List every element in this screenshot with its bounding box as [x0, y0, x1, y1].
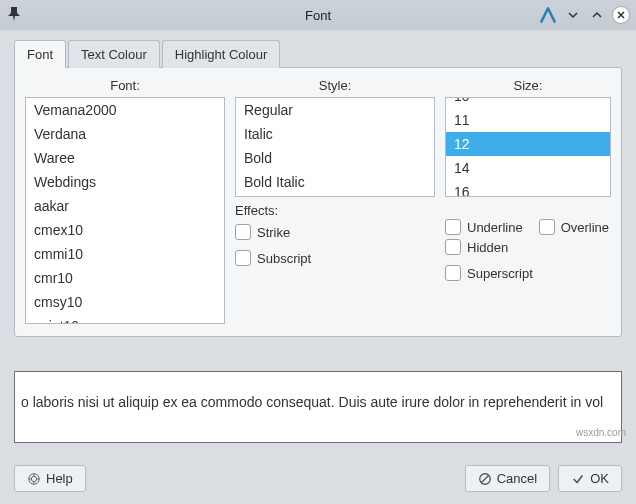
- style-header: Style:: [235, 76, 435, 97]
- style-item[interactable]: Italic: [236, 122, 434, 146]
- close-icon[interactable]: [612, 6, 630, 24]
- ok-icon: [571, 472, 585, 486]
- svg-point-1: [31, 476, 36, 481]
- size-item[interactable]: 12: [446, 132, 610, 156]
- font-item[interactable]: Waree: [26, 146, 224, 170]
- cancel-button[interactable]: Cancel: [465, 465, 550, 492]
- effect-hidden[interactable]: Hidden: [445, 239, 508, 255]
- cancel-icon: [478, 472, 492, 486]
- size-item[interactable]: 10: [446, 97, 610, 108]
- font-item[interactable]: esint10: [26, 314, 224, 324]
- checkbox-icon: [445, 239, 461, 255]
- checkbox-icon: [445, 219, 461, 235]
- font-item[interactable]: Verdana: [26, 122, 224, 146]
- preview-text: o laboris nisi ut aliquip ex ea commodo …: [21, 394, 603, 410]
- pin-icon[interactable]: [6, 6, 22, 25]
- svg-line-7: [481, 475, 489, 483]
- font-item[interactable]: Vemana2000: [26, 98, 224, 122]
- style-item[interactable]: Bold: [236, 146, 434, 170]
- font-item[interactable]: Webdings: [26, 170, 224, 194]
- minimize-icon[interactable]: [564, 6, 582, 24]
- checkbox-icon: [445, 265, 461, 281]
- help-button[interactable]: Help: [14, 465, 86, 492]
- effect-strike[interactable]: Strike: [235, 224, 290, 240]
- size-list[interactable]: 1011121416: [445, 97, 611, 197]
- style-list[interactable]: RegularItalicBoldBold Italic: [235, 97, 435, 197]
- effect-underline[interactable]: Underline: [445, 219, 523, 235]
- effect-overline[interactable]: Overline: [539, 219, 609, 235]
- titlebar: Font: [0, 0, 636, 30]
- effect-subscript[interactable]: Subscript: [235, 250, 311, 266]
- size-item[interactable]: 11: [446, 108, 610, 132]
- font-item[interactable]: aakar: [26, 194, 224, 218]
- font-item[interactable]: cmr10: [26, 266, 224, 290]
- style-item[interactable]: Regular: [236, 98, 434, 122]
- size-header: Size:: [445, 76, 611, 97]
- tab-panel-font: Font: Vemana2000VerdanaWareeWebdingsaaka…: [14, 67, 622, 337]
- checkbox-icon: [539, 219, 555, 235]
- font-item[interactable]: cmmi10: [26, 242, 224, 266]
- checkbox-icon: [235, 224, 251, 240]
- font-item[interactable]: cmsy10: [26, 290, 224, 314]
- maximize-icon[interactable]: [588, 6, 606, 24]
- effect-superscript[interactable]: Superscript: [445, 265, 533, 281]
- size-item[interactable]: 14: [446, 156, 610, 180]
- tab-text-colour[interactable]: Text Colour: [68, 40, 160, 68]
- size-item[interactable]: 16: [446, 180, 610, 197]
- effects-label: Effects:: [235, 203, 435, 218]
- font-list[interactable]: Vemana2000VerdanaWareeWebdingsaakarcmex1…: [25, 97, 225, 324]
- style-item[interactable]: Bold Italic: [236, 170, 434, 194]
- tab-highlight-colour[interactable]: Highlight Colour: [162, 40, 281, 68]
- help-icon: [27, 472, 41, 486]
- checkbox-icon: [235, 250, 251, 266]
- app-logo-icon: [538, 5, 558, 25]
- ok-button[interactable]: OK: [558, 465, 622, 492]
- preview-box: o laboris nisi ut aliquip ex ea commodo …: [14, 371, 622, 443]
- tab-font[interactable]: Font: [14, 40, 66, 68]
- tab-bar: Font Text Colour Highlight Colour: [14, 40, 622, 68]
- font-item[interactable]: cmex10: [26, 218, 224, 242]
- font-header: Font:: [25, 76, 225, 97]
